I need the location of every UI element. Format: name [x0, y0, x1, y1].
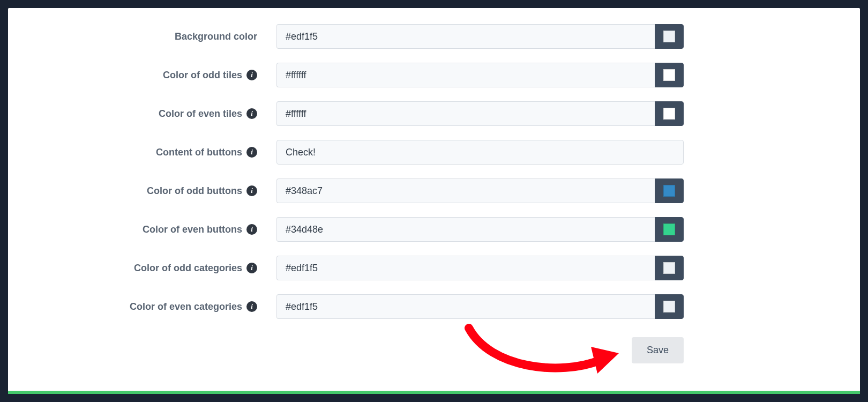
info-icon[interactable]: i: [246, 301, 257, 312]
odd-buttons-color-input[interactable]: [276, 178, 655, 203]
even-buttons-color-input[interactable]: [276, 217, 655, 242]
odd-categories-color-input[interactable]: [276, 256, 655, 280]
info-icon[interactable]: i: [246, 263, 257, 273]
color-swatch-icon: [663, 185, 675, 197]
odd-tiles-color-input[interactable]: [276, 63, 655, 87]
color-swatch-icon: [663, 69, 675, 81]
even-tiles-color-swatch-button[interactable]: [655, 101, 684, 126]
input-wrap: [276, 256, 684, 280]
color-swatch-icon: [663, 108, 675, 120]
label-even-categories-color: Color of even categories i: [24, 301, 263, 312]
color-swatch-icon: [663, 262, 675, 274]
background-color-swatch-button[interactable]: [655, 24, 684, 49]
row-even-buttons-color: Color of even buttons i: [24, 217, 828, 242]
odd-buttons-color-swatch-button[interactable]: [655, 178, 684, 203]
settings-panel: Background color Color of odd tiles i Co…: [8, 8, 860, 394]
row-background-color: Background color: [24, 24, 828, 49]
label-text: Color of odd tiles: [163, 70, 242, 81]
row-even-categories-color: Color of even categories i: [24, 294, 828, 319]
label-text: Color of even tiles: [159, 108, 242, 120]
even-categories-color-swatch-button[interactable]: [655, 294, 684, 319]
input-wrap: [276, 217, 684, 242]
save-button[interactable]: Save: [632, 337, 684, 363]
label-odd-buttons-color: Color of odd buttons i: [24, 185, 263, 197]
info-icon[interactable]: i: [246, 185, 257, 196]
label-text: Color of odd categories: [134, 263, 242, 274]
label-text: Content of buttons: [156, 147, 242, 158]
input-wrap: [276, 140, 684, 165]
info-icon[interactable]: i: [246, 108, 257, 119]
label-even-tiles-color: Color of even tiles i: [24, 108, 263, 120]
info-icon[interactable]: i: [246, 224, 257, 235]
row-odd-tiles-color: Color of odd tiles i: [24, 63, 828, 87]
odd-categories-color-swatch-button[interactable]: [655, 256, 684, 280]
label-text: Color of even buttons: [143, 224, 242, 235]
footer-accent-bar: [8, 391, 860, 394]
background-color-input[interactable]: [276, 24, 655, 49]
label-odd-tiles-color: Color of odd tiles i: [24, 70, 263, 81]
row-odd-buttons-color: Color of odd buttons i: [24, 178, 828, 203]
row-odd-categories-color: Color of odd categories i: [24, 256, 828, 280]
input-wrap: [276, 101, 684, 126]
button-row: Save: [24, 337, 684, 363]
label-odd-categories-color: Color of odd categories i: [24, 263, 263, 274]
even-buttons-color-swatch-button[interactable]: [655, 217, 684, 242]
info-icon[interactable]: i: [246, 147, 257, 158]
color-swatch-icon: [663, 301, 675, 312]
even-tiles-color-input[interactable]: [276, 101, 655, 126]
input-wrap: [276, 178, 684, 203]
label-even-buttons-color: Color of even buttons i: [24, 224, 263, 235]
input-wrap: [276, 294, 684, 319]
buttons-content-input[interactable]: [276, 140, 684, 165]
even-categories-color-input[interactable]: [276, 294, 655, 319]
input-wrap: [276, 24, 684, 49]
input-wrap: [276, 63, 684, 87]
label-background-color: Background color: [24, 31, 263, 42]
row-even-tiles-color: Color of even tiles i: [24, 101, 828, 126]
info-icon[interactable]: i: [246, 70, 257, 80]
label-text: Color of even categories: [130, 301, 242, 312]
color-swatch-icon: [663, 31, 675, 42]
label-buttons-content: Content of buttons i: [24, 147, 263, 158]
label-text: Color of odd buttons: [147, 185, 242, 197]
row-buttons-content: Content of buttons i: [24, 140, 828, 165]
label-text: Background color: [175, 31, 257, 42]
color-swatch-icon: [663, 224, 675, 235]
odd-tiles-color-swatch-button[interactable]: [655, 63, 684, 87]
